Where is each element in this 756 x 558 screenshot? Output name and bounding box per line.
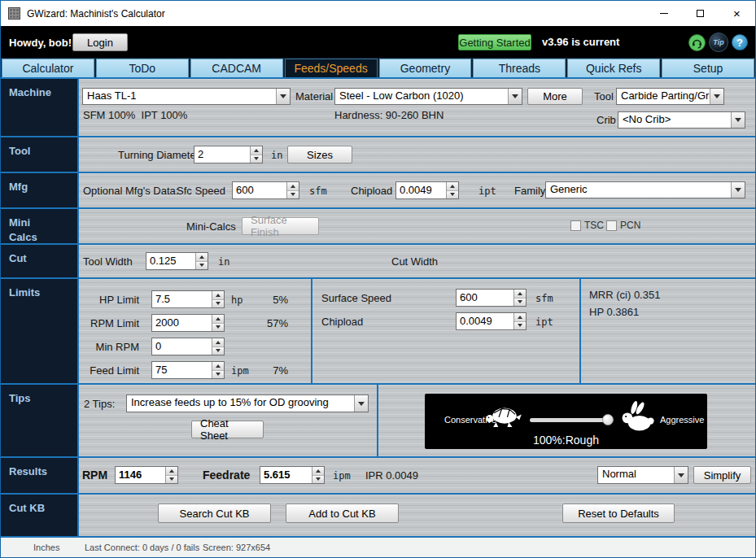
- surface-speed-input[interactable]: 600: [456, 289, 527, 307]
- hp-readout: HP 0.3861: [589, 306, 639, 318]
- add-to-cut-kb-button[interactable]: Add to Cut KB: [286, 504, 399, 523]
- simplify-button[interactable]: Simplify: [693, 466, 751, 484]
- spinner-down-button[interactable]: [251, 155, 262, 163]
- spinner-down-button[interactable]: [212, 347, 224, 355]
- rpm-result-input[interactable]: 1146: [115, 466, 178, 484]
- help-icon[interactable]: ?: [732, 34, 748, 50]
- spinner-up-button[interactable]: [447, 182, 458, 191]
- slider-value-text: 100%:Rough: [425, 434, 707, 447]
- spinner-down-button[interactable]: [196, 262, 208, 270]
- tips-panel: 2 Tips: Increase feeds up to 15% for OD …: [79, 385, 755, 456]
- spinner-up-button[interactable]: [212, 291, 224, 300]
- spinner-up-button[interactable]: [514, 313, 526, 322]
- surface-speed-value: 600: [457, 290, 513, 306]
- spinner-down-button[interactable]: [514, 322, 526, 330]
- tab-todo[interactable]: ToDo: [96, 59, 189, 77]
- tip-icon[interactable]: Tip: [709, 33, 728, 52]
- turning-diameter-input[interactable]: 2: [194, 146, 263, 163]
- chipload2-unit: ipt: [535, 316, 553, 328]
- support-icon[interactable]: [688, 34, 706, 51]
- spinner-buttons: [212, 362, 224, 378]
- spinner-down-button[interactable]: [166, 476, 177, 484]
- spinner-down-button[interactable]: [212, 324, 224, 332]
- spinner-down-button[interactable]: [447, 191, 458, 199]
- feedrate-input[interactable]: 5.615: [260, 466, 325, 484]
- machine-select-value: Haas TL-1: [83, 89, 276, 104]
- feedrate-label: Feedrate: [203, 469, 250, 482]
- tab-threads[interactable]: Threads: [473, 59, 566, 77]
- spinner-up-icon: [291, 185, 295, 188]
- spinner-down-button[interactable]: [212, 371, 224, 379]
- screen-size-status: Screen: 927x654: [203, 543, 270, 552]
- spinner-down-button[interactable]: [287, 191, 299, 199]
- chevron-down-icon[interactable]: [276, 89, 290, 104]
- more-button[interactable]: More: [527, 88, 583, 105]
- spinner-up-button[interactable]: [212, 338, 224, 347]
- chevron-down-icon[interactable]: [710, 89, 723, 104]
- spinner-up-button[interactable]: [166, 467, 177, 476]
- spinner-down-button[interactable]: [514, 299, 526, 307]
- tsc-checkbox[interactable]: [570, 220, 581, 231]
- turning-diameter-value: 2: [194, 146, 250, 163]
- feed-limit-input[interactable]: 75: [151, 361, 225, 379]
- sfc-speed-input[interactable]: 600: [232, 181, 299, 199]
- getting-started-button[interactable]: Getting Started: [458, 34, 531, 50]
- spinner-down-button[interactable]: [312, 476, 324, 484]
- spinner-down-button[interactable]: [212, 300, 224, 308]
- min-rpm-input[interactable]: 0: [151, 338, 225, 355]
- cut-panel: Tool Width 0.125 in Cut Width: [79, 245, 755, 277]
- chevron-down-icon[interactable]: [508, 89, 522, 104]
- spinner-up-button[interactable]: [196, 253, 208, 262]
- window-controls: ×: [645, 1, 755, 26]
- tab-cadcam[interactable]: CADCAM: [190, 59, 283, 77]
- spinner-up-button[interactable]: [312, 467, 324, 476]
- chevron-down-icon[interactable]: [354, 395, 368, 412]
- chipload2-input[interactable]: 0.0049: [456, 312, 527, 330]
- sizes-button[interactable]: Sizes: [287, 146, 352, 163]
- chipload-input[interactable]: 0.0049: [395, 181, 459, 199]
- tab-quick-refs[interactable]: Quick Refs: [567, 59, 660, 77]
- tool-select[interactable]: Carbide Parting/Gro: [616, 88, 724, 105]
- chevron-down-icon[interactable]: [674, 467, 688, 483]
- login-button[interactable]: Login: [72, 33, 128, 51]
- reset-to-defaults-button[interactable]: Reset to Defaults: [562, 504, 675, 523]
- machine-select[interactable]: Haas TL-1: [82, 88, 291, 105]
- tool-width-input[interactable]: 0.125: [146, 252, 208, 270]
- cheat-sheet-button[interactable]: Cheat Sheet: [191, 421, 264, 438]
- chipload2-label: Chipload: [321, 316, 363, 328]
- surface-finish-button[interactable]: Surface Finish: [242, 217, 319, 235]
- mode-select[interactable]: Normal: [597, 466, 688, 484]
- family-select[interactable]: Generic: [545, 181, 745, 198]
- tips-select[interactable]: Increase feeds up to 15% for OD grooving: [126, 395, 369, 412]
- tab-geometry[interactable]: Geometry: [379, 59, 472, 77]
- search-cut-kb-button[interactable]: Search Cut KB: [158, 504, 271, 523]
- spinner-up-button[interactable]: [251, 146, 262, 155]
- mode-select-value: Normal: [598, 467, 674, 483]
- hp-limit-unit: hp: [231, 294, 243, 306]
- chevron-down-icon[interactable]: [731, 182, 745, 198]
- tab-feeds-speeds[interactable]: Feeds/Speeds: [285, 59, 378, 77]
- hp-limit-value: 7.5: [152, 291, 212, 307]
- slider-track[interactable]: [530, 418, 610, 422]
- tool-width-value: 0.125: [146, 253, 195, 269]
- rpm-limit-input[interactable]: 2000: [151, 314, 225, 332]
- spinner-buttons: [212, 338, 224, 355]
- spinner-up-button[interactable]: [212, 315, 224, 324]
- tab-calculator[interactable]: Calculator: [2, 59, 94, 77]
- minimize-button[interactable]: [645, 1, 682, 26]
- tab-setup[interactable]: Setup: [662, 59, 754, 77]
- spinner-up-button[interactable]: [287, 182, 299, 191]
- spinner-up-icon: [169, 469, 174, 473]
- maximize-button[interactable]: [682, 1, 719, 26]
- material-select[interactable]: Steel - Low Carbon (1020): [334, 88, 522, 105]
- crib-select[interactable]: <No Crib>: [618, 111, 745, 129]
- close-button[interactable]: ×: [719, 1, 755, 26]
- chevron-down-icon[interactable]: [731, 112, 745, 128]
- chipload-value: 0.0049: [396, 182, 446, 198]
- spinner-up-icon: [518, 292, 522, 295]
- spinner-up-button[interactable]: [212, 362, 224, 371]
- hp-limit-input[interactable]: 7.5: [151, 290, 225, 308]
- spinner-up-button[interactable]: [514, 290, 526, 299]
- pcn-checkbox[interactable]: [606, 220, 617, 231]
- slider-handle[interactable]: [602, 414, 614, 425]
